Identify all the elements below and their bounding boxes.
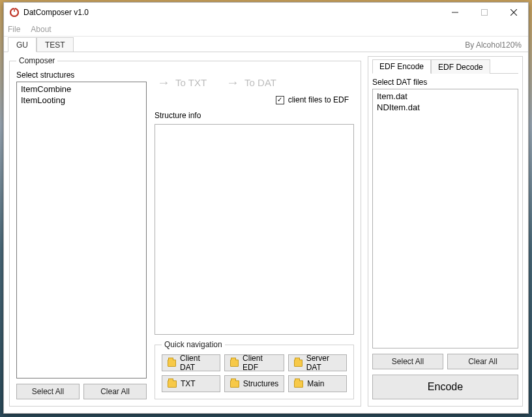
main-tab-bar: GU TEST By Alcohol120% bbox=[4, 37, 528, 52]
select-all-dat-button[interactable]: Select All bbox=[372, 354, 443, 369]
minimize-button[interactable] bbox=[440, 3, 469, 22]
to-dat-label: To DAT bbox=[244, 77, 276, 88]
nav-server-dat-button[interactable]: Server DAT bbox=[288, 354, 347, 371]
dat-files-listbox[interactable]: Item.dat NDItem.dat bbox=[372, 89, 518, 348]
edf-tab-bar: EDF Encode EDF Decode bbox=[372, 59, 518, 74]
tab-test[interactable]: TEST bbox=[37, 37, 74, 52]
composer-legend: Composer bbox=[16, 56, 57, 65]
app-icon bbox=[9, 7, 20, 18]
to-txt-button[interactable]: → To TXT bbox=[157, 76, 207, 89]
svg-rect-2 bbox=[14, 8, 15, 12]
folder-icon bbox=[294, 380, 303, 388]
client-files-checkbox[interactable]: ✓ bbox=[276, 96, 284, 104]
to-txt-label: To TXT bbox=[175, 77, 207, 88]
nav-txt-button[interactable]: TXT bbox=[162, 375, 220, 392]
list-item[interactable]: Item.dat bbox=[376, 91, 515, 102]
tab-edf-decode[interactable]: EDF Decode bbox=[431, 59, 490, 74]
to-dat-button[interactable]: → To DAT bbox=[226, 76, 276, 89]
menu-file[interactable]: File bbox=[8, 25, 20, 34]
encode-button[interactable]: Encode bbox=[372, 375, 518, 399]
composer-groupbox: Composer Select structures ItemCombine I… bbox=[9, 56, 361, 407]
arrow-right-icon: → bbox=[157, 76, 170, 89]
client-area: Composer Select structures ItemCombine I… bbox=[4, 52, 528, 413]
svg-rect-4 bbox=[481, 10, 487, 16]
structure-info-box[interactable] bbox=[155, 124, 354, 335]
nav-client-dat-button[interactable]: Client DAT bbox=[162, 354, 220, 371]
window-title: DatComposer v1.0 bbox=[23, 8, 89, 17]
menu-bar: File About bbox=[4, 22, 528, 37]
nav-client-edf-button[interactable]: Client EDF bbox=[224, 354, 285, 371]
select-all-structures-button[interactable]: Select All bbox=[16, 384, 80, 399]
title-bar: DatComposer v1.0 bbox=[4, 3, 528, 22]
folder-icon bbox=[168, 380, 177, 388]
nav-structures-button[interactable]: Structures bbox=[224, 375, 285, 392]
clear-all-dat-button[interactable]: Clear All bbox=[447, 354, 518, 369]
quick-navigation-groupbox: Quick navigation Client DAT Client EDF bbox=[155, 340, 354, 399]
maximize-button[interactable] bbox=[469, 3, 499, 22]
nav-main-button[interactable]: Main bbox=[288, 375, 347, 392]
client-files-checkbox-label: client files to EDF bbox=[288, 95, 349, 104]
folder-icon bbox=[168, 360, 176, 367]
byline: By Alcohol120% bbox=[465, 40, 522, 50]
structures-listbox[interactable]: ItemCombine ItemLooting bbox=[16, 82, 147, 378]
tab-edf-encode[interactable]: EDF Encode bbox=[372, 59, 431, 74]
folder-icon bbox=[294, 360, 302, 367]
list-item[interactable]: ItemCombine bbox=[20, 84, 143, 95]
quicknav-legend: Quick navigation bbox=[162, 340, 225, 349]
list-item[interactable]: NDItem.dat bbox=[376, 102, 515, 113]
tab-gu[interactable]: GU bbox=[8, 37, 37, 52]
list-item[interactable]: ItemLooting bbox=[20, 95, 143, 106]
arrow-right-icon: → bbox=[226, 76, 239, 89]
menu-about[interactable]: About bbox=[31, 25, 51, 34]
select-dat-label: Select DAT files bbox=[372, 78, 518, 87]
structure-info-label: Structure info bbox=[155, 111, 354, 120]
clear-all-structures-button[interactable]: Clear All bbox=[83, 384, 147, 399]
app-window: DatComposer v1.0 File About GU TEST By A… bbox=[3, 2, 529, 414]
edf-panel: EDF Encode EDF Decode Select DAT files I… bbox=[368, 56, 523, 407]
folder-icon bbox=[230, 380, 239, 388]
folder-icon bbox=[230, 360, 239, 367]
select-structures-label: Select structures bbox=[16, 70, 147, 80]
close-button[interactable] bbox=[499, 3, 528, 22]
